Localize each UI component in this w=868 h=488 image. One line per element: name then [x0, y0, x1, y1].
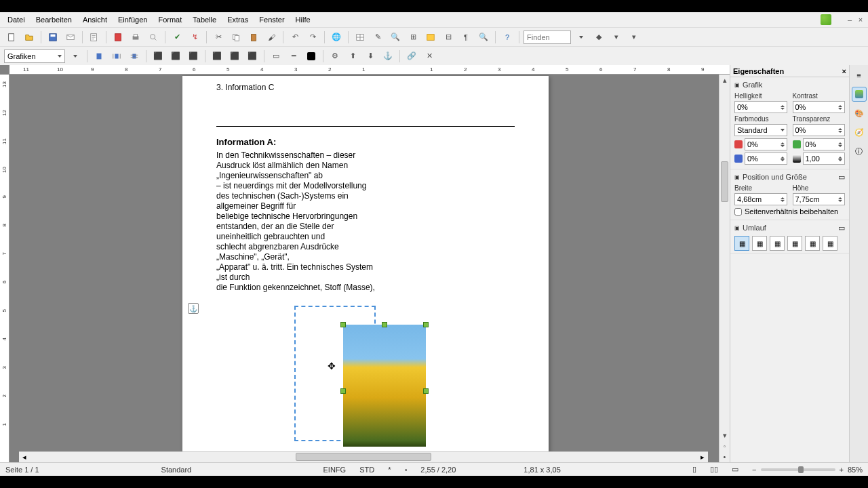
menu-einfuegen[interactable]: Einfügen	[113, 14, 152, 26]
width-input[interactable]: 4,68cm	[734, 193, 787, 205]
open-icon[interactable]	[22, 30, 37, 45]
frame-props-icon[interactable]: ⚙	[328, 49, 342, 64]
menu-datei[interactable]: Datei	[3, 14, 30, 26]
align-bottom-icon[interactable]: ⬛	[245, 49, 260, 64]
view-book-icon[interactable]: ▭	[732, 465, 738, 474]
menu-tabelle[interactable]: Tabelle	[188, 14, 221, 26]
navigator-icon[interactable]: ⊞	[406, 30, 420, 45]
nonprinting-icon[interactable]: ¶	[458, 30, 473, 45]
scroll-right-icon[interactable]: ▸	[697, 452, 708, 462]
style-select[interactable]: Grafiken	[4, 49, 65, 63]
menu-hilfe[interactable]: Hilfe	[291, 14, 315, 26]
view-single-icon[interactable]: ▯	[692, 465, 696, 474]
menu-ansicht[interactable]: Ansicht	[78, 14, 112, 26]
section-collapse-icon[interactable]: ▣	[734, 82, 740, 88]
status-style[interactable]: Standard	[161, 466, 192, 474]
line-color-icon[interactable]	[304, 49, 319, 64]
preview-icon[interactable]	[146, 30, 161, 45]
section-collapse-icon[interactable]: ▣	[734, 174, 740, 180]
copy-icon[interactable]	[229, 30, 243, 45]
gallery-icon[interactable]	[423, 30, 438, 45]
zoom-in-icon[interactable]: +	[840, 466, 844, 474]
wrap-parallel-button[interactable]: ▦	[787, 236, 802, 251]
resize-handle-e[interactable]	[423, 388, 429, 394]
wrap-page-icon[interactable]	[109, 49, 124, 64]
wrap-after-button[interactable]: ▦	[770, 236, 785, 251]
height-input[interactable]: 7,75cm	[793, 193, 846, 205]
status-std[interactable]: STD	[359, 466, 374, 474]
wrap-before-button[interactable]: ▦	[752, 236, 767, 251]
unlink-frames-icon[interactable]: ✕	[422, 49, 437, 64]
vertical-ruler[interactable]: 13121110987654321	[0, 75, 9, 462]
zoom-slider[interactable]	[761, 468, 835, 471]
nav-next-icon[interactable]: •	[719, 451, 730, 462]
panel-close-icon[interactable]: ×	[842, 67, 846, 75]
zoom-value[interactable]: 85%	[848, 466, 863, 474]
zoom-icon[interactable]: 🔍	[476, 30, 491, 45]
pdf-icon[interactable]	[111, 30, 125, 45]
resize-handle-ne[interactable]	[423, 322, 429, 327]
status-signature-icon[interactable]: ▫	[404, 466, 407, 474]
send-back-icon[interactable]: ⬇	[363, 49, 378, 64]
help-icon[interactable]: ?	[500, 30, 515, 45]
align-left-icon[interactable]: ⬛	[151, 49, 165, 64]
menu-bearbeiten[interactable]: Bearbeiten	[31, 14, 77, 26]
page-canvas[interactable]: 3. Information C Information A: In den T…	[9, 75, 719, 462]
find-close-icon[interactable]: ▾	[627, 30, 642, 45]
section-more-icon[interactable]: ▭	[838, 173, 845, 182]
resize-handle-n[interactable]	[382, 322, 387, 327]
find-dropdown-icon[interactable]	[574, 30, 589, 45]
datasources-icon[interactable]: ⊟	[441, 30, 456, 45]
contrast-input[interactable]: 0%	[793, 101, 846, 113]
vscroll-thumb[interactable]	[721, 161, 728, 202]
undo-icon[interactable]: ↶	[288, 30, 302, 45]
find-replace-icon[interactable]: 🔍	[388, 30, 403, 45]
transparency-input[interactable]: 0%	[793, 124, 846, 136]
wrap-off-icon[interactable]	[92, 49, 106, 64]
section-more-icon[interactable]: ▭	[838, 224, 845, 232]
line-style-icon[interactable]: ━	[286, 49, 301, 64]
find-prev-icon[interactable]: ◆	[591, 30, 606, 45]
bring-front-icon[interactable]: ⬆	[345, 49, 360, 64]
email-icon[interactable]	[63, 30, 78, 45]
spellcheck-icon[interactable]: ✔	[170, 30, 184, 45]
menu-format[interactable]: Format	[153, 14, 186, 26]
wrap-through-button[interactable]: ▦	[805, 236, 820, 251]
format-paint-icon[interactable]: 🖌	[264, 30, 279, 45]
wrap-optimal-button[interactable]: ▦	[823, 236, 837, 251]
align-right-icon[interactable]: ⬛	[186, 49, 201, 64]
close-icon[interactable]: ×	[856, 15, 865, 24]
green-input[interactable]: 0%	[803, 138, 846, 150]
print-icon[interactable]	[128, 30, 143, 45]
autospell-icon[interactable]: ↯	[187, 30, 202, 45]
colormode-select[interactable]: Standard	[734, 124, 787, 136]
align-center-h-icon[interactable]: ⬛	[168, 49, 183, 64]
show-draw-icon[interactable]: ✎	[370, 30, 385, 45]
scroll-up-icon[interactable]: ▴	[719, 75, 730, 85]
find-next-icon[interactable]: ▾	[609, 30, 624, 45]
save-icon[interactable]	[45, 30, 60, 45]
keep-ratio-checkbox[interactable]: Seitenverhältnis beibehalten	[734, 207, 845, 216]
resize-handle-nw[interactable]	[340, 322, 346, 327]
sidebar-tab-gallery[interactable]: 🎨	[852, 106, 867, 121]
red-input[interactable]: 0%	[745, 138, 787, 150]
wrap-through-icon[interactable]	[127, 49, 142, 64]
table-icon[interactable]	[353, 30, 368, 45]
scroll-down-icon[interactable]: ▾	[719, 430, 730, 441]
hyperlink-icon[interactable]: 🌐	[329, 30, 344, 45]
anchor-marker-icon[interactable]: ⚓	[188, 303, 199, 314]
vertical-scrollbar[interactable]: ▴ ▾ ◦ •	[719, 75, 730, 462]
resize-handle-w[interactable]	[340, 388, 346, 394]
zoom-out-icon[interactable]: −	[752, 466, 756, 474]
menu-fenster[interactable]: Fenster	[254, 14, 289, 26]
horizontal-ruler[interactable]: 1110987654321123456789	[9, 65, 730, 75]
gamma-input[interactable]: 1,00	[803, 152, 846, 165]
borders-icon[interactable]: ▭	[269, 49, 283, 64]
sidebar-tab-navigator[interactable]: 🧭	[852, 125, 867, 140]
paste-icon[interactable]	[246, 30, 261, 45]
nav-prevpage-icon[interactable]: ◦	[719, 441, 730, 451]
sidebar-tab-properties[interactable]: ≡	[852, 68, 867, 83]
sidebar-tab-styles[interactable]	[852, 87, 867, 102]
status-insert[interactable]: EINFG	[323, 466, 347, 474]
menu-extras[interactable]: Extras	[222, 14, 253, 26]
